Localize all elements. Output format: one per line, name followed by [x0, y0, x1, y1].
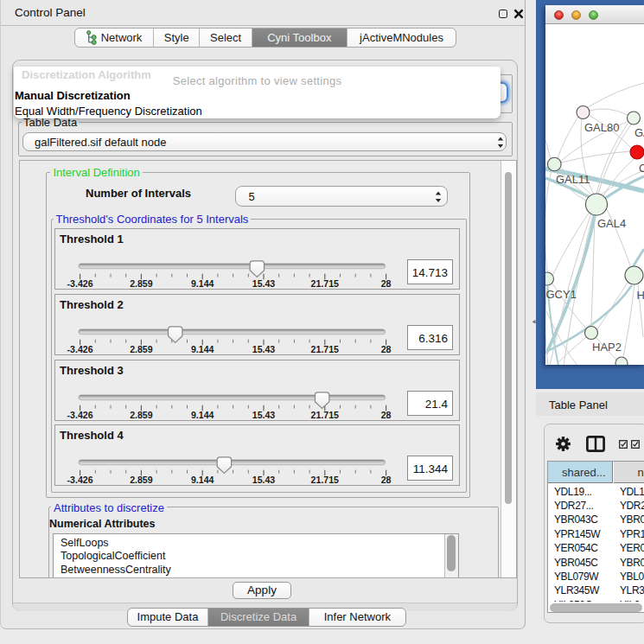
svg-text:C: C — [639, 162, 644, 175]
svg-text:GAL4: GAL4 — [597, 217, 626, 230]
svg-text:GCY1: GCY1 — [546, 288, 577, 301]
svg-text:GAL80: GAL80 — [584, 121, 619, 134]
svg-text:GA: GA — [634, 126, 644, 139]
svg-text:HAP2: HAP2 — [592, 341, 622, 354]
svg-text:H: H — [637, 289, 644, 302]
svg-text:GAL11: GAL11 — [556, 173, 590, 186]
